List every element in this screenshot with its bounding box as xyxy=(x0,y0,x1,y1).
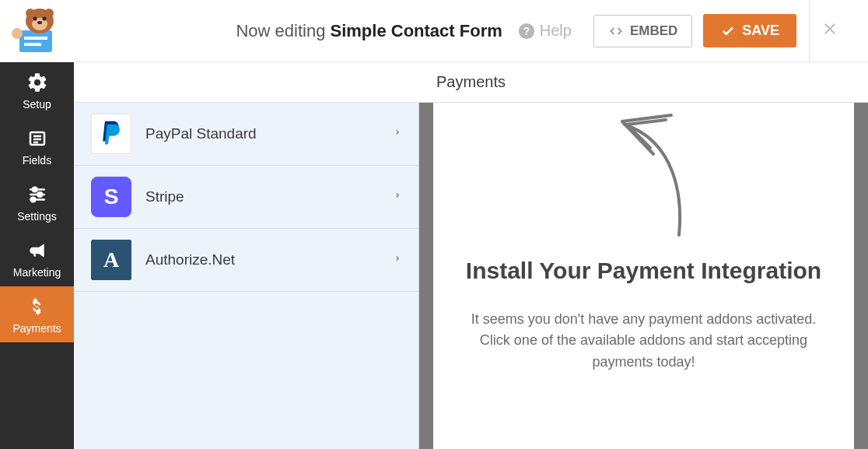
svg-point-4 xyxy=(26,9,35,18)
sidenav-label: Fields xyxy=(23,154,51,167)
svg-point-7 xyxy=(33,16,37,20)
list-icon xyxy=(26,128,48,149)
dollar-icon xyxy=(30,296,45,317)
sidenav-item-payments[interactable]: Payments xyxy=(0,286,74,342)
svg-point-18 xyxy=(33,188,37,191)
help-label: Help xyxy=(540,22,572,40)
provider-label: Authorize.Net xyxy=(145,251,380,268)
editing-prefix: Now editing xyxy=(236,21,325,40)
sliders-icon xyxy=(26,184,48,205)
curved-arrow-icon xyxy=(551,110,706,243)
svg-point-20 xyxy=(37,192,41,196)
provider-row-authorize[interactable]: A Authorize.Net xyxy=(74,229,418,292)
provider-row-paypal[interactable]: PayPal Standard xyxy=(74,103,418,166)
svg-point-9 xyxy=(37,21,42,24)
app-logo xyxy=(0,0,74,62)
save-label: SAVE xyxy=(742,23,779,39)
gear-icon xyxy=(26,72,48,93)
check-icon xyxy=(720,24,736,38)
provider-label: PayPal Standard xyxy=(145,125,380,142)
embed-button[interactable]: EMBED xyxy=(593,15,692,47)
svg-point-5 xyxy=(44,9,54,18)
sidenav-label: Payments xyxy=(12,322,61,335)
sidenav-label: Setup xyxy=(23,98,51,110)
preview-card: Install Your Payment Integration It seem… xyxy=(433,103,854,449)
sidenav-label: Settings xyxy=(17,210,57,223)
svg-point-10 xyxy=(12,28,23,39)
sidenav-item-fields[interactable]: Fields xyxy=(0,118,74,174)
close-panel xyxy=(809,0,849,62)
sidenav-item-marketing[interactable]: Marketing xyxy=(0,230,74,286)
sidenav-label: Marketing xyxy=(13,266,61,279)
code-icon xyxy=(608,25,624,37)
help-link[interactable]: ? Help xyxy=(518,22,572,40)
panel-title: Payments xyxy=(74,62,868,103)
close-icon[interactable] xyxy=(821,19,839,44)
form-name: Simple Contact Form xyxy=(331,21,502,40)
chevron-right-icon xyxy=(394,189,401,205)
embed-label: EMBED xyxy=(630,23,677,39)
editing-label: Now editing Simple Contact Form xyxy=(74,21,518,41)
stripe-icon: S xyxy=(91,177,131,217)
preview-heading: Install Your Payment Integration xyxy=(466,255,821,287)
provider-label: Stripe xyxy=(145,188,380,205)
bullhorn-icon xyxy=(26,240,49,261)
sidenav-item-settings[interactable]: Settings xyxy=(0,174,74,230)
provider-row-stripe[interactable]: S Stripe xyxy=(74,166,418,229)
paypal-icon xyxy=(91,114,131,154)
svg-rect-2 xyxy=(24,43,41,46)
authorize-icon: A xyxy=(91,240,131,280)
chevron-right-icon xyxy=(394,126,401,142)
chevron-right-icon xyxy=(394,252,401,268)
svg-rect-1 xyxy=(24,37,47,40)
sidenav-item-setup[interactable]: Setup xyxy=(0,62,74,118)
svg-rect-0 xyxy=(19,30,52,52)
svg-point-22 xyxy=(30,198,34,202)
svg-text:?: ? xyxy=(523,25,530,37)
preview-description: It seems you don't have any payment addo… xyxy=(465,309,823,374)
save-button[interactable]: SAVE xyxy=(703,14,796,47)
svg-point-8 xyxy=(42,16,46,20)
help-icon: ? xyxy=(518,23,535,40)
